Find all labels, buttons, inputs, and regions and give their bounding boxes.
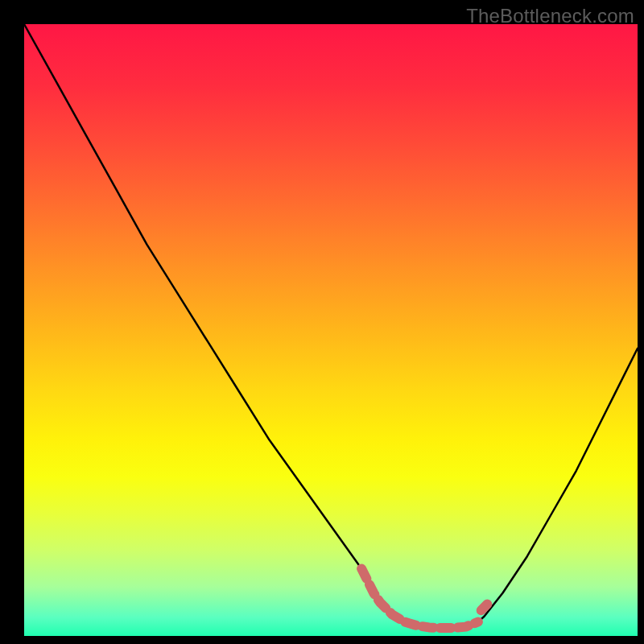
watermark-text: TheBottleneck.com bbox=[466, 5, 634, 27]
optimal-zone-highlight-secondary bbox=[481, 605, 488, 611]
plot-area bbox=[24, 24, 638, 636]
chart-svg bbox=[0, 0, 644, 644]
gradient-background bbox=[24, 24, 638, 636]
bottleneck-chart: TheBottleneck.com bbox=[0, 0, 644, 644]
